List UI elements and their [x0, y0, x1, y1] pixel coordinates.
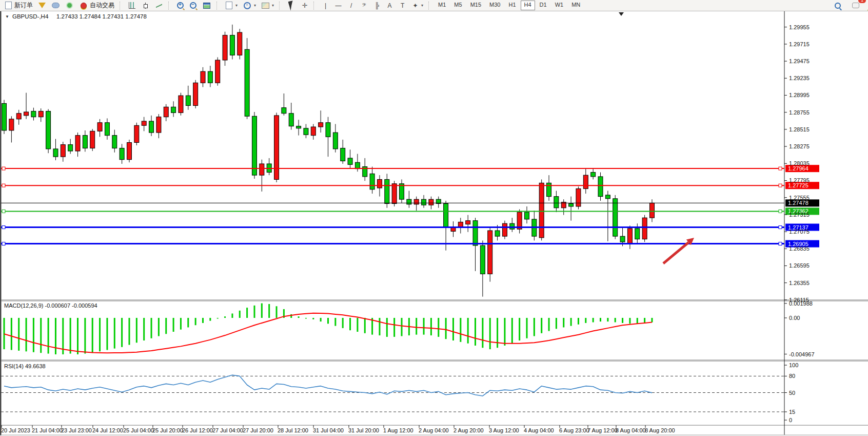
signals-button[interactable]: [63, 0, 76, 11]
svg-text:15: 15: [789, 409, 795, 415]
bear-candle: [554, 197, 559, 208]
hline-handle: [2, 210, 5, 213]
tile-windows-icon: [203, 3, 210, 9]
pane-borders: [0, 11, 868, 436]
bear-candle: [605, 195, 610, 199]
text-tool[interactable]: A: [383, 0, 396, 11]
crosshair-icon: ✛: [301, 2, 308, 9]
time-label: 31 Jul 04:00: [313, 427, 344, 433]
templates-button[interactable]: ▾: [259, 0, 277, 11]
bull-candle: [311, 127, 315, 136]
arrows-icon: ✦: [411, 2, 419, 10]
bear-candle: [348, 158, 352, 164]
svg-text:1.27795: 1.27795: [789, 177, 810, 183]
chart-canvas[interactable]: 1.279641.277251.274781.273621.271371.269…: [0, 0, 868, 436]
auto-trading-button[interactable]: 自动交易: [76, 0, 117, 11]
timeframe-h1[interactable]: H1: [505, 1, 519, 10]
symbol-dropdown-icon[interactable]: ▼: [5, 14, 9, 19]
bull-candle: [502, 223, 507, 236]
candlestick-chart-button[interactable]: [139, 0, 152, 11]
bull-candle: [156, 117, 161, 132]
bull-candle: [377, 179, 382, 188]
svg-text:1.29715: 1.29715: [789, 41, 810, 47]
bull-candle: [201, 71, 205, 83]
bull-candle: [215, 60, 220, 83]
timeframe-m15[interactable]: M15: [467, 1, 485, 10]
notifications-button[interactable]: 1: [849, 0, 863, 11]
chevron-down-icon: ▾: [272, 3, 274, 8]
timeframe-mn[interactable]: MN: [568, 1, 584, 10]
svg-text:1.29475: 1.29475: [789, 58, 810, 64]
cursor-button[interactable]: [285, 0, 299, 11]
svg-text:1.28035: 1.28035: [789, 160, 810, 166]
time-label: 7 Aug 12:00: [587, 427, 618, 433]
crosshair-button[interactable]: ✛: [299, 0, 311, 11]
arrows-tool[interactable]: ✦▾: [409, 0, 426, 11]
svg-text:1.26835: 1.26835: [789, 245, 810, 252]
fibonacci-tool[interactable]: ╠: [370, 0, 383, 11]
search-icon: [835, 3, 841, 9]
toolbar-separator: [428, 2, 431, 10]
bear-candle: [613, 199, 618, 236]
time-label: 27 Jul 20:00: [243, 427, 273, 433]
metaeditor-button[interactable]: [35, 0, 49, 11]
svg-text:0.00: 0.00: [789, 315, 800, 321]
tile-windows-button[interactable]: [200, 0, 214, 11]
bear-candle: [341, 148, 345, 161]
bear-candle: [510, 223, 515, 229]
line-chart-icon: [156, 3, 162, 9]
horizontal-line-tool[interactable]: —: [332, 0, 345, 11]
market-button[interactable]: [49, 0, 63, 11]
periods-button[interactable]: ▾: [240, 0, 259, 11]
toolbar-separator: [216, 2, 220, 10]
bear-candle: [333, 132, 338, 149]
svg-text:1.28755: 1.28755: [789, 109, 810, 116]
bull-candle: [9, 119, 14, 130]
zoom-in-button[interactable]: [174, 0, 187, 11]
bear-candle: [282, 108, 286, 113]
bull-candle: [649, 203, 654, 218]
cursor-icon: [288, 1, 295, 11]
new-order-button[interactable]: + 新订单: [2, 0, 35, 11]
bull-candle: [97, 123, 102, 131]
hline-handle: [779, 184, 782, 187]
svg-text:1.26595: 1.26595: [789, 262, 810, 269]
bull-candle: [24, 112, 29, 116]
bar-chart-button[interactable]: [125, 0, 139, 11]
bull-candle: [127, 142, 131, 159]
vertical-line-tool[interactable]: |: [319, 0, 332, 11]
zoom-out-button[interactable]: [187, 0, 200, 11]
fibonacci-icon: ╠: [373, 2, 381, 10]
trendline-tool[interactable]: /: [345, 0, 358, 11]
time-label: 31 Jul 20:00: [348, 427, 379, 433]
indicators-button[interactable]: +▾: [222, 0, 240, 11]
bear-candle: [289, 113, 293, 126]
trendline-icon: /: [347, 2, 355, 10]
timeframe-m1[interactable]: M1: [435, 1, 449, 10]
line-chart-button[interactable]: [152, 0, 166, 11]
bear-candle: [524, 212, 529, 219]
timeframe-m5[interactable]: M5: [450, 1, 465, 10]
bear-candle: [400, 184, 404, 199]
hline-handle: [779, 242, 782, 245]
metaeditor-icon: [38, 3, 46, 8]
search-button[interactable]: [831, 0, 844, 11]
timeframe-d1[interactable]: D1: [536, 1, 550, 10]
timeframe-m30[interactable]: M30: [486, 1, 504, 10]
timeframe-h4[interactable]: H4: [521, 1, 535, 10]
toolbar-separator: [313, 2, 317, 10]
bear-candle: [620, 236, 625, 242]
svg-text:1.27315: 1.27315: [789, 212, 810, 218]
svg-text:1.27075: 1.27075: [789, 229, 810, 235]
channel-tool[interactable]: 𝄢: [358, 0, 370, 11]
timeframe-group: M1M5M15M30H1H4D1W1MN: [432, 0, 586, 11]
macd-label: MACD(12,26,9) -0.000607 -0.000594: [4, 302, 97, 309]
hline-handle: [2, 226, 5, 229]
bear-candle: [407, 199, 411, 204]
bear-candle: [2, 103, 7, 130]
text-label-tool[interactable]: T: [396, 0, 409, 11]
timeframe-w1[interactable]: W1: [551, 1, 567, 10]
bear-candle: [444, 203, 448, 228]
time-label: 2 Aug 04:00: [419, 427, 449, 433]
hline-handle: [779, 226, 782, 229]
